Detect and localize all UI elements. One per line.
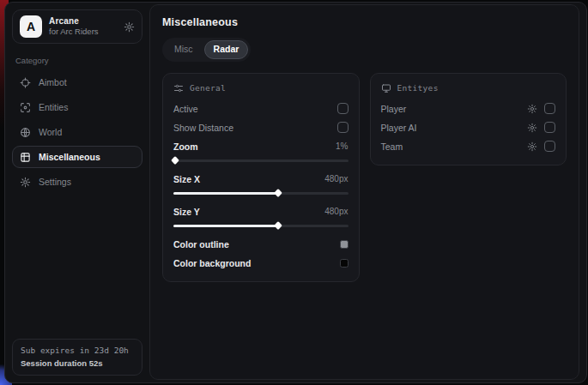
color-outline-row: Color outline	[173, 235, 349, 254]
active-label: Active	[173, 104, 198, 114]
player-controls	[527, 103, 555, 114]
size-y-slider[interactable]	[173, 225, 349, 227]
color-background-row: Color background	[173, 254, 349, 273]
zoom-row: Zoom 1%	[173, 137, 349, 156]
color-background-label: Color background	[173, 258, 251, 268]
subscription-box: Sub expires in 23d 20h Session duration …	[12, 339, 142, 376]
show-distance-row: Show Distance	[173, 118, 349, 137]
size-x-row: Size X 480px	[173, 170, 349, 189]
zoom-value: 1%	[336, 141, 348, 151]
app-meta: Arcane for Arc Riders	[49, 16, 99, 36]
player-checkbox[interactable]	[544, 103, 555, 114]
app-logo: A	[20, 15, 42, 38]
sidebar-item-aimbot[interactable]: Aimbot	[12, 71, 142, 93]
size-x-label: Size X	[173, 174, 200, 184]
gear-icon[interactable]	[527, 123, 537, 133]
gear-icon[interactable]	[527, 104, 537, 114]
zoom-slider[interactable]	[173, 159, 349, 162]
size-x-value: 480px	[324, 174, 348, 183]
sidebar-item-label: Aimbot	[39, 77, 67, 87]
color-outline-label: Color outline	[173, 239, 229, 250]
slider-thumb[interactable]	[274, 221, 282, 230]
entities-card: Entityes Player P	[370, 73, 567, 165]
player-ai-label: Player AI	[381, 123, 417, 133]
category-label: Category	[15, 56, 139, 65]
size-y-label: Size Y	[173, 207, 200, 217]
app-window: A Arcane for Arc Riders Category	[4, 2, 587, 383]
size-x-slider[interactable]	[173, 192, 349, 195]
team-controls	[527, 141, 555, 152]
color-background-swatch[interactable]	[340, 259, 349, 268]
color-outline-swatch[interactable]	[340, 240, 349, 249]
sidebar: A Arcane for Arc Riders Category	[5, 3, 149, 382]
page-title: Miscellaneous	[162, 16, 567, 28]
sidebar-item-settings[interactable]: Settings	[12, 171, 142, 193]
entities-card-header: Entityes	[381, 81, 556, 99]
general-card: General Active Show Distance Zoom 1%	[162, 73, 360, 282]
tab-radar[interactable]: Radar	[204, 40, 249, 59]
sidebar-item-label: World	[39, 127, 62, 137]
slider-fill	[173, 192, 278, 195]
globe-icon	[20, 127, 31, 138]
slider-fill	[173, 225, 278, 227]
gear-icon	[20, 177, 31, 188]
scan-eye-icon	[20, 102, 31, 113]
entities-card-title: Entityes	[397, 83, 439, 93]
sidebar-item-label: Settings	[39, 177, 71, 187]
player-row: Player	[381, 99, 556, 118]
player-ai-checkbox[interactable]	[544, 122, 555, 133]
player-ai-row: Player AI	[381, 118, 556, 137]
session-duration-text: Session duration 52s	[21, 358, 134, 368]
cards-row: General Active Show Distance Zoom 1%	[162, 73, 567, 282]
slider-thumb[interactable]	[274, 189, 282, 197]
sidebar-item-miscellaneous[interactable]: Miscellaneous	[12, 146, 142, 168]
sidebar-item-label: Miscellaneous	[39, 152, 100, 162]
active-row: Active	[173, 99, 349, 118]
show-distance-label: Show Distance	[173, 123, 233, 133]
sub-expires-text: Sub expires in 23d 20h	[21, 346, 134, 355]
app-subtitle: for Arc Riders	[49, 27, 99, 36]
sidebar-nav: Aimbot Entities World	[12, 71, 142, 196]
active-checkbox[interactable]	[337, 103, 349, 114]
tab-group: Misc Radar	[162, 38, 251, 62]
main-panel: Miscellaneous Misc Radar General Active	[149, 4, 579, 380]
player-ai-controls	[527, 122, 555, 133]
general-card-title: General	[190, 83, 226, 93]
general-card-header: General	[173, 81, 349, 99]
gear-icon[interactable]	[527, 141, 537, 152]
grid-icon	[20, 152, 31, 163]
tab-misc[interactable]: Misc	[165, 40, 203, 59]
sliders-icon	[173, 83, 184, 93]
zoom-label: Zoom	[173, 141, 198, 152]
show-distance-checkbox[interactable]	[337, 122, 349, 133]
size-y-row: Size Y 480px	[173, 202, 349, 221]
size-y-value: 480px	[324, 207, 348, 216]
player-label: Player	[381, 104, 407, 114]
team-row: Team	[381, 137, 556, 156]
sidebar-item-world[interactable]: World	[12, 121, 142, 143]
sidebar-item-entities[interactable]: Entities	[12, 96, 142, 118]
app-name: Arcane	[49, 16, 99, 26]
crosshair-icon	[20, 77, 31, 88]
team-label: Team	[381, 141, 403, 152]
gear-icon[interactable]	[124, 21, 135, 33]
team-checkbox[interactable]	[544, 141, 555, 152]
slider-thumb[interactable]	[171, 156, 179, 165]
sidebar-item-label: Entities	[39, 102, 68, 112]
app-header-card: A Arcane for Arc Riders	[12, 9, 142, 44]
monitor-icon	[381, 83, 391, 93]
